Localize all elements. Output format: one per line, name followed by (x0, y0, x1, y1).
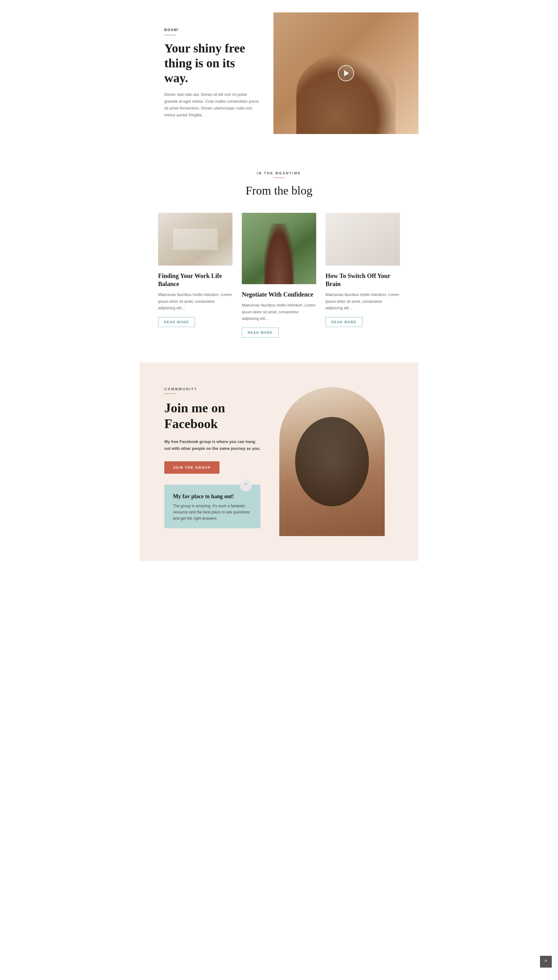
community-photo (279, 387, 385, 536)
blog-card-3-read-more[interactable]: READ MORE (325, 317, 363, 327)
blog-card-2-image (242, 213, 316, 284)
blog-card-1-read-more[interactable]: READ MORE (158, 317, 195, 327)
play-button[interactable] (338, 65, 354, 81)
blog-grid: Finding Your Work Life Balance Maecenas … (158, 213, 400, 337)
testimonial-body: The group is amazing. It's such a fantas… (173, 503, 252, 521)
blog-card-2-title: Negotiate With Confidence (242, 290, 316, 298)
blog-section: IN THE MEANTIME From the blog Finding Yo… (140, 153, 419, 362)
community-text: COMMMUNITY Join me on Facebook My free F… (164, 387, 261, 528)
blog-card-2-read-more[interactable]: READ MORE (242, 327, 279, 337)
hero-title: Your shiny free thing is on its way. (164, 41, 261, 86)
blog-card-2-body: Maecenas faucibus mollis interdum. Lorem… (242, 302, 316, 322)
hero-divider (164, 35, 176, 35)
hero-section: BOOM! Your shiny free thing is on its wa… (140, 0, 419, 153)
community-body: My free Facebook group is where you can … (164, 438, 261, 452)
testimonial-card: " My fav place to hang out! The group is… (164, 485, 260, 528)
blog-card-3-title: How To Switch Off Your Brain (325, 272, 400, 288)
quote-icon: " (240, 480, 252, 492)
blog-card-3: How To Switch Off Your Brain Maecenas fa… (325, 213, 400, 327)
blog-title: From the blog (158, 184, 400, 197)
blog-card-1-title: Finding Your Work Life Balance (158, 272, 233, 288)
hero-eyebrow: BOOM! (164, 28, 261, 32)
community-title: Join me on Facebook (164, 400, 261, 431)
community-section: COMMMUNITY Join me on Facebook My free F… (140, 362, 419, 561)
community-image-wrap (279, 387, 394, 536)
blog-eyebrow: IN THE MEANTIME (158, 171, 400, 175)
community-eyebrow: COMMMUNITY (164, 387, 261, 391)
blog-card-1-body: Maecenas faucibus mollis interdum. Lorem… (158, 292, 233, 311)
hero-image (273, 12, 419, 134)
testimonial-title: My fav place to hang out! (173, 493, 252, 500)
community-divider (164, 393, 176, 394)
blog-card-1: Finding Your Work Life Balance Maecenas … (158, 213, 233, 327)
blog-divider (273, 178, 285, 178)
hero-body: Donec sed odio dui. Donec id elit non mi… (164, 91, 261, 118)
hero-text: BOOM! Your shiny free thing is on its wa… (140, 12, 273, 134)
blog-card-2: Negotiate With Confidence Maecenas fauci… (242, 213, 316, 337)
blog-card-3-body: Maecenas faucibus mollis interdum. Lorem… (325, 292, 400, 311)
hero-photo (273, 12, 419, 134)
join-group-button[interactable]: JOIN THE GROUP (164, 461, 220, 474)
blog-card-3-image (325, 213, 400, 266)
blog-card-1-image (158, 213, 233, 266)
